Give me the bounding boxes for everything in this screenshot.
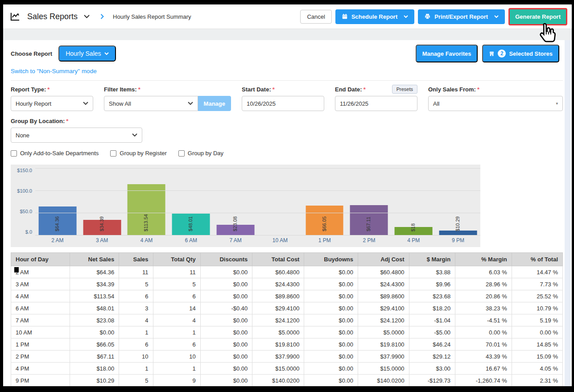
option-checkbox-item[interactable]: Group by Day	[178, 150, 223, 157]
table-cell: $37.9900	[252, 351, 304, 363]
only-sales-from-value: All	[433, 100, 439, 107]
chart-bar-value-label: $23.08	[232, 216, 238, 231]
x-axis-tick-label: 1 PM	[302, 237, 347, 243]
end-date-input[interactable]	[335, 96, 417, 111]
table-cell: $29.4100	[358, 302, 409, 314]
table-cell: 0.00 %	[512, 326, 562, 338]
breadcrumb: Hourly Sales Report Summary	[113, 13, 191, 20]
table-cell: 3	[119, 302, 153, 314]
chart-bar-value-label: $34.39	[99, 216, 104, 231]
group-by-location-label: Group By Location:*	[11, 118, 68, 124]
only-sales-from-label: Only Sales From:*	[428, 86, 479, 93]
only-sales-from-field: Only Sales From:* All ▾	[428, 85, 563, 111]
table-cell: 5	[119, 375, 153, 387]
y-axis-tick-label: $150.0	[17, 168, 32, 173]
table-cell: $0.00	[304, 375, 358, 387]
store-icon	[489, 51, 495, 57]
selected-stores-button[interactable]: 2 Selected Stores	[482, 45, 559, 62]
table-column-header: Buydowns	[304, 253, 358, 266]
page-title: Sales Reports	[27, 12, 78, 21]
choose-report-label: Choose Report	[11, 50, 52, 57]
only-sales-from-select[interactable]: All ▾	[428, 96, 563, 111]
option-checkbox-item[interactable]: Only Add-to-Sale Departments	[11, 150, 99, 157]
checkbox-label: Group by Register	[120, 150, 167, 157]
report-type-select[interactable]: Hourly Report	[11, 96, 93, 111]
line-chart-icon	[10, 12, 20, 21]
x-axis-tick-label: 9 PM	[436, 237, 480, 243]
table-cell: 1	[119, 326, 153, 338]
chart-bar-slot: $10.29	[436, 168, 480, 235]
table-cell: 16.67 %	[455, 363, 512, 375]
table-cell: 0.00 %	[455, 326, 512, 338]
checkbox-unchecked-icon[interactable]	[178, 150, 185, 157]
y-axis-tick-label: $.0	[25, 229, 32, 235]
table-cell: $0.00	[304, 363, 358, 375]
table-cell: $19.8100	[358, 338, 409, 351]
calendar-icon	[342, 13, 348, 20]
group-by-location-value: None	[16, 132, 29, 139]
checkbox-unchecked-icon[interactable]	[11, 150, 17, 157]
table-cell: 6	[119, 338, 153, 351]
option-checkbox-item[interactable]: Group by Register	[110, 150, 167, 157]
table-cell: $0.00	[200, 363, 252, 375]
table-cell: 6	[153, 338, 200, 351]
table-cell: $140.0200	[252, 375, 304, 387]
table-cell: $5.0000	[358, 326, 409, 338]
report-chevron-down-icon	[104, 52, 109, 55]
table-cell: 7.73 %	[512, 278, 562, 290]
x-axis-tick-label: 2 PM	[347, 237, 392, 243]
start-date-input[interactable]	[242, 96, 324, 111]
chart-bar-slot: $34.39	[80, 168, 124, 235]
filter-items-field: Filter Items:* Show All Manage	[104, 85, 231, 111]
group-by-location-select[interactable]: None	[11, 128, 142, 143]
table-cell: 9	[153, 375, 200, 387]
table-cell: 11	[119, 266, 153, 278]
presets-button[interactable]: Presets	[392, 85, 417, 94]
schedule-report-button[interactable]: Schedule Report	[335, 9, 414, 24]
manage-filter-button[interactable]: Manage	[198, 96, 231, 111]
table-cell: $29.4100	[252, 302, 304, 314]
table-cell: 6	[119, 290, 153, 302]
report-content: Choose Report Hourly Sales Manage Favori…	[6, 40, 563, 386]
table-cell: 2 AM	[11, 266, 70, 278]
table-column-header: Hour of Day	[11, 253, 70, 266]
filter-items-select[interactable]: Show All	[104, 96, 198, 111]
table-cell: $24.1200	[358, 314, 409, 326]
table-cell: 4	[153, 314, 200, 326]
gridline	[35, 213, 480, 213]
report-form: Report Type:* Hourly Report Filter Items…	[11, 80, 563, 157]
generate-report-button[interactable]: Generate Report	[508, 8, 567, 25]
switch-mode-link[interactable]: Switch to "Non-Summary" mode	[11, 68, 97, 74]
print-export-report-button[interactable]: Print/Export Report	[418, 9, 505, 24]
table-cell: $18.00	[70, 363, 119, 375]
table-row: 4 AM$113.5466$0.00$89.8600$0.00$89.8600$…	[11, 290, 563, 302]
schedule-chevron-down-icon[interactable]	[404, 15, 408, 18]
print-chevron-down-icon[interactable]	[494, 15, 499, 18]
checkbox-label: Only Add-to-Sale Departments	[20, 150, 99, 157]
chart-bar-value-label: $48.01	[188, 216, 193, 231]
chart-bar-slot: $66.05	[302, 168, 347, 235]
table-cell: $10.29	[70, 375, 119, 387]
topbar-actions: Cancel Schedule Report Print/Export Repo…	[300, 8, 567, 25]
table-cell: $140.0200	[358, 375, 409, 387]
filter-items-value: Show All	[109, 100, 131, 107]
table-cell: $46.24	[409, 338, 455, 351]
table-cell: $0.00	[200, 314, 252, 326]
report-type-value: Hourly Report	[16, 100, 51, 107]
table-cell: $113.54	[70, 290, 119, 302]
checkbox-unchecked-icon[interactable]	[110, 150, 116, 157]
y-axis-tick-label: $50.0	[20, 209, 32, 214]
manage-favorites-button[interactable]: Manage Favorites	[416, 45, 478, 62]
vertical-scrollbar[interactable]	[564, 40, 571, 386]
chart-bar-value-label: $66.05	[322, 216, 327, 231]
table-cell: 6	[153, 290, 200, 302]
cursor-artifact	[14, 267, 19, 272]
cancel-button[interactable]: Cancel	[300, 10, 331, 24]
table-cell: $0.00	[200, 278, 252, 290]
favorites-stores-group: Manage Favorites 2 Selected Stores	[416, 45, 559, 62]
title-chevron-down-icon[interactable]	[84, 15, 90, 18]
report-select-button[interactable]: Hourly Sales	[58, 45, 116, 62]
table-cell: $89.8600	[358, 290, 409, 302]
table-column-header: % Margin	[455, 253, 512, 266]
table-cell: 4 AM	[11, 290, 70, 302]
